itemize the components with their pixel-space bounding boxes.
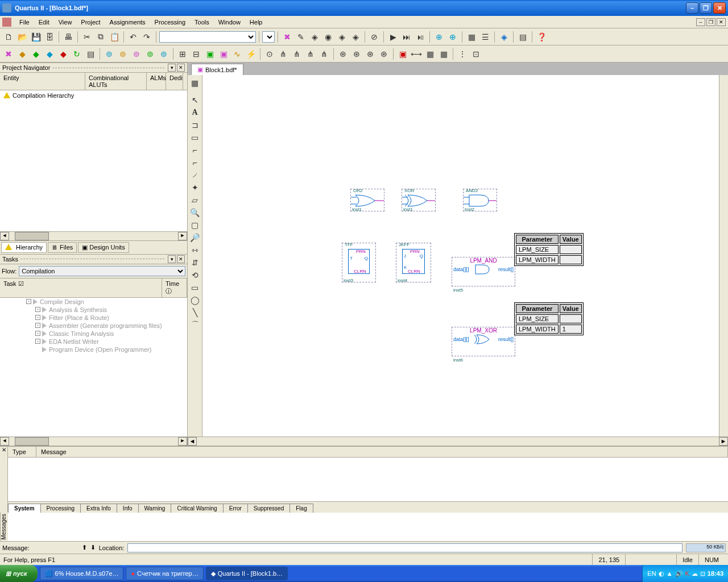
pn-col-alms[interactable]: ALMs <box>147 73 166 90</box>
messages-tab-critical-warning[interactable]: Critical Warning <box>171 504 223 513</box>
cut-icon[interactable]: ✂ <box>81 31 93 43</box>
messages-tab-suppressed[interactable]: Suppressed <box>247 504 290 513</box>
minimize-button[interactable]: – <box>686 2 698 14</box>
expand-icon[interactable]: + <box>35 331 40 336</box>
menu-view[interactable]: View <box>54 18 77 27</box>
orthogonal-node-icon[interactable]: ⌐ <box>189 144 201 156</box>
t2-26-icon[interactable]: ⊛ <box>364 48 377 60</box>
messages-tab-processing[interactable]: Processing <box>40 504 81 513</box>
t2-9-icon[interactable]: ⊚ <box>117 48 129 60</box>
task-row[interactable]: +Analysis & Synthesis <box>0 306 187 314</box>
tray-icon-1[interactable]: ◐ <box>659 570 664 577</box>
maximize-button[interactable]: ❐ <box>700 2 712 14</box>
gate-jkff[interactable]: JKFF PRN J Q K CLRN inst4 <box>396 243 431 282</box>
arrow-up-icon[interactable]: ⬆ <box>82 544 87 551</box>
document-tab[interactable]: ▣ Block1.bdf* <box>191 64 243 75</box>
t2-6-icon[interactable]: ↻ <box>71 48 83 60</box>
wizard-icon[interactable]: ◈ <box>498 31 510 43</box>
step-icon[interactable]: ⏭ <box>400 31 413 43</box>
mdi-close[interactable]: ✕ <box>717 18 726 26</box>
task-row[interactable]: +EDA Netlist Writer <box>0 338 187 346</box>
t2-18-icon[interactable]: ⚡ <box>245 48 257 60</box>
lang-indicator[interactable]: EN <box>647 570 656 577</box>
gate-or2[interactable]: OR2 inst1 <box>350 189 384 211</box>
taskbar-item-2[interactable]: ●Счетчик на триггер… <box>126 567 203 580</box>
tasks-col-time[interactable]: Time ⓘ <box>162 278 187 297</box>
t2-12-icon[interactable]: ⊚ <box>158 48 170 60</box>
pn-row-compilation-hierarchy[interactable]: Compilation Hierarchy <box>0 90 187 101</box>
document-icon[interactable] <box>2 18 11 27</box>
expand-icon[interactable]: + <box>35 339 40 344</box>
symbol-icon[interactable]: ⊐ <box>189 119 201 131</box>
help-icon[interactable]: ❓ <box>535 31 548 43</box>
layers-icon[interactable]: ☰ <box>479 31 491 43</box>
rectangle-icon[interactable]: ▭ <box>189 282 201 293</box>
pn-pin-button[interactable]: ▾ <box>168 64 176 72</box>
print-icon[interactable]: 🖶 <box>62 31 75 43</box>
taskbar-item-3[interactable]: ◆Quartus II - [Block1.b… <box>206 567 288 580</box>
t2-7-icon[interactable]: ▤ <box>84 48 97 60</box>
settings-icon[interactable]: ✖ <box>281 31 293 43</box>
t2-2-icon[interactable]: ◆ <box>16 48 28 60</box>
tasks-col-task[interactable]: Task ☑ <box>0 278 162 297</box>
fullscreen-icon[interactable]: ▢ <box>189 219 201 231</box>
gate-tff[interactable]: TFF PRN T Q CLRN inst3 <box>342 243 376 282</box>
conduit-icon[interactable]: ⟋ <box>189 169 201 181</box>
pn-tab-hierarchy[interactable]: Hierarchy <box>1 242 47 253</box>
mdi-restore[interactable]: ❐ <box>706 18 715 26</box>
messages-close-x[interactable]: ✕ <box>0 447 8 513</box>
t2-5-icon[interactable]: ◆ <box>57 48 69 60</box>
tray-icon-6[interactable]: ⊡ <box>700 570 705 577</box>
pn-col-entity[interactable]: Entity <box>0 73 85 90</box>
menu-window[interactable]: Window <box>214 18 245 27</box>
canvas-vscroll[interactable] <box>719 75 728 436</box>
rotate-icon[interactable]: ⟲ <box>189 269 201 281</box>
t2-23-icon[interactable]: ⋔ <box>318 48 330 60</box>
save-icon[interactable]: 💾 <box>30 31 42 43</box>
taskbar-item-1[interactable]: 🟦6% House.M.D.s07e… <box>40 567 124 580</box>
expand-icon[interactable]: + <box>35 315 40 320</box>
menu-project[interactable]: Project <box>76 18 105 27</box>
block-lpm-and[interactable]: LPM_AND data[][] result[] inst5 <box>452 257 515 286</box>
expand-icon[interactable]: + <box>35 323 40 328</box>
stop-icon[interactable]: ⊘ <box>368 31 380 43</box>
tool-icon-3[interactable]: ◉ <box>322 31 334 43</box>
messages-tab-error[interactable]: Error <box>223 504 248 513</box>
close-button[interactable]: ✕ <box>713 2 726 14</box>
flip-v-icon[interactable]: ⇵ <box>189 257 201 268</box>
messages-tab-info[interactable]: Info <box>117 504 139 513</box>
t2-15-icon[interactable]: ▣ <box>204 48 216 60</box>
t2-28-icon[interactable]: ▣ <box>396 48 409 60</box>
tasks-pin-button[interactable]: ▾ <box>168 255 176 263</box>
t2-21-icon[interactable]: ⋔ <box>291 48 303 60</box>
messages-tab-extra-info[interactable]: Extra Info <box>80 504 117 513</box>
report-icon[interactable]: ▤ <box>516 31 529 43</box>
redo-icon[interactable]: ↷ <box>140 31 153 43</box>
task-row[interactable]: +Compile Design <box>0 298 187 306</box>
t2-1-icon[interactable]: ✖ <box>2 48 15 60</box>
tray-icon-2[interactable]: ▲ <box>667 570 673 577</box>
tray-icon-3[interactable]: 🔊 <box>675 570 683 577</box>
partial-select-icon[interactable]: ▱ <box>189 194 201 206</box>
task-row[interactable]: +Fitter (Place & Route) <box>0 314 187 322</box>
gate-xor[interactable]: XOR inst1 <box>402 189 436 211</box>
play-icon[interactable]: ▶ <box>387 31 399 43</box>
menu-edit[interactable]: Edit <box>34 18 54 27</box>
project-combo[interactable] <box>159 31 256 43</box>
param-table-2[interactable]: ParameterValue LPM_SIZE LPM_WIDTH1 <box>514 302 584 335</box>
timing2-icon[interactable]: ⊕ <box>446 31 459 43</box>
menu-tools[interactable]: Tools <box>190 18 214 27</box>
block-icon[interactable]: ▦ <box>189 77 201 89</box>
menu-assignments[interactable]: Assignments <box>105 18 150 27</box>
t2-30-icon[interactable]: ▦ <box>424 48 436 60</box>
new-icon[interactable]: 🗋 <box>2 31 15 43</box>
task-row[interactable]: +Assembler (Generate programming files) <box>0 322 187 330</box>
menu-processing[interactable]: Processing <box>150 18 190 27</box>
chip-icon[interactable]: ▦ <box>465 31 478 43</box>
t2-27-icon[interactable]: ⊛ <box>378 48 390 60</box>
rubberband-icon[interactable]: ✦ <box>189 182 201 193</box>
menu-file[interactable]: File <box>15 18 34 27</box>
open-icon[interactable]: 📂 <box>16 31 28 43</box>
gate-and2[interactable]: AND2 inst2 <box>463 189 497 211</box>
paste-icon[interactable]: 📋 <box>108 31 121 43</box>
